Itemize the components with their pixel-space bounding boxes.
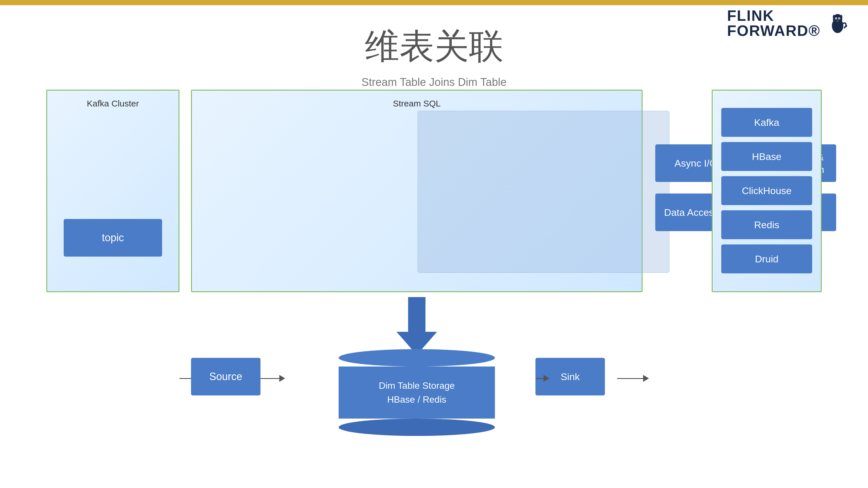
output-box: Kafka HBase ClickHouse Redis Druid <box>712 90 822 292</box>
sink-label: Sink <box>561 370 580 383</box>
output-kafka: Kafka <box>721 108 812 137</box>
logo-flink: FLINK <box>727 8 820 23</box>
inner-content-box: Async I/O SQL Parsing & Transfermation D… <box>417 111 670 273</box>
output-items: Kafka HBase ClickHouse Redis Druid <box>721 108 812 273</box>
source-label: Source <box>209 370 242 383</box>
diagram-area: Kafka Cluster topic Source Stream SQL As… <box>46 90 822 430</box>
output-redis: Redis <box>721 210 812 239</box>
storage-line1: Dim Table Storage <box>379 379 455 393</box>
output-redis-label: Redis <box>754 218 779 231</box>
topic-label: topic <box>102 232 124 244</box>
source-box: Source <box>191 358 260 395</box>
down-arrow <box>397 297 437 355</box>
output-druid-label: Druid <box>755 253 778 265</box>
cylinder-body: Dim Table Storage HBase / Redis <box>339 366 495 419</box>
output-druid: Druid <box>721 245 812 273</box>
output-clickhouse: ClickHouse <box>721 176 812 205</box>
stream-sql-label: Stream SQL <box>192 99 642 108</box>
top-bar <box>0 0 868 5</box>
svg-point-8 <box>836 20 839 22</box>
arrow-source-inner <box>260 375 289 382</box>
output-kafka-label: Kafka <box>754 116 779 129</box>
cylinder-bottom <box>339 419 495 436</box>
dim-table-storage: Dim Table Storage HBase / Redis <box>339 349 495 436</box>
title-section: 维表关联 Stream Table Joins Dim Table <box>0 23 868 89</box>
output-clickhouse-label: ClickHouse <box>742 184 792 197</box>
svg-point-7 <box>839 18 840 20</box>
arrow-sink-output <box>617 375 652 382</box>
kafka-cluster-label: Kafka Cluster <box>47 99 179 108</box>
output-hbase: HBase <box>721 142 812 171</box>
stream-sql-box: Stream SQL Async I/O SQL Parsing & Trans… <box>191 90 643 292</box>
output-hbase-label: HBase <box>752 150 781 163</box>
svg-point-6 <box>836 18 837 20</box>
cylinder-top <box>339 349 495 366</box>
topic-box: topic <box>64 219 162 257</box>
async-io-label: Async I/O <box>674 157 717 169</box>
arrow-inner-sink <box>535 375 550 382</box>
kafka-cluster-box: Kafka Cluster topic <box>46 90 180 292</box>
main-title: 维表关联 <box>0 23 868 70</box>
subtitle: Stream Table Joins Dim Table <box>0 76 868 89</box>
storage-line2: HBase / Redis <box>387 393 446 406</box>
